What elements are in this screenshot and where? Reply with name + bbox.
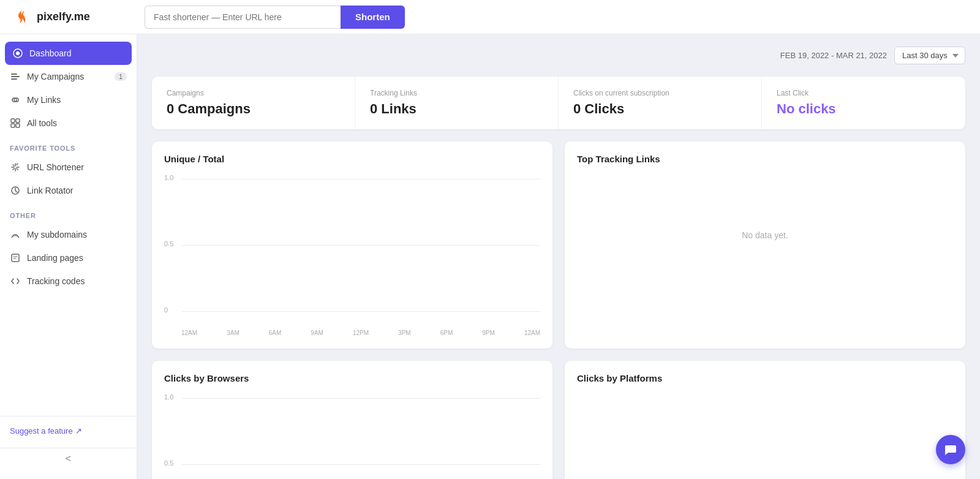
links-icon <box>10 94 21 105</box>
unique-total-chart-title: Unique / Total <box>164 154 540 164</box>
x-label-8: 12AM <box>524 330 540 336</box>
sidebar-item-linkrotator-label: Link Rotator <box>27 186 73 195</box>
svg-rect-7 <box>11 124 15 127</box>
urlshortener-icon <box>10 162 21 173</box>
x-label-5: 3PM <box>398 330 411 336</box>
browsers-line-top <box>181 398 540 399</box>
stat-links-label: Tracking Links <box>370 89 543 97</box>
favorite-tools-section-title: FAVORITE TOOLS <box>0 135 137 156</box>
sidebar-item-campaigns[interactable]: My Campaigns 1 <box>0 65 137 88</box>
external-link-icon: ↗ <box>75 426 82 436</box>
x-label-2: 6AM <box>269 330 282 336</box>
browsers-y-label-top: 1.0 <box>164 393 173 401</box>
svg-rect-3 <box>11 76 20 77</box>
chart-line-top <box>181 179 540 179</box>
x-labels: 12AM 3AM 6AM 9AM 12PM 3PM 6PM 9PM 12AM <box>164 330 540 336</box>
suggest-feature-link[interactable]: Suggest a feature ↗ <box>10 426 127 436</box>
stat-clicks: Clicks on current subscription 0 Clicks <box>559 77 762 129</box>
x-label-0: 12AM <box>181 330 197 336</box>
stat-lastclick: Last Click No clicks <box>762 77 965 129</box>
sidebar-item-urlshortener[interactable]: URL Shortener <box>0 156 137 179</box>
sidebar-item-linkrotator[interactable]: Link Rotator <box>0 179 137 202</box>
shorten-button[interactable]: Shorten <box>341 6 405 29</box>
sidebar-footer: Suggest a feature ↗ <box>0 416 137 445</box>
sidebar-item-alltools[interactable]: All tools <box>0 111 137 135</box>
sidebar-nav: Dashboard My Campaigns 1 My Links Al <box>0 34 137 416</box>
charts-row: Unique / Total 1.0 0.5 0 12AM 3AM 6AM 9A… <box>152 141 965 349</box>
campaigns-icon <box>10 71 21 82</box>
chat-bubble-button[interactable] <box>936 435 965 464</box>
logo-icon <box>12 7 32 27</box>
stats-row: Campaigns 0 Campaigns Tracking Links 0 L… <box>152 77 965 129</box>
logo[interactable]: pixelfy.me <box>12 7 135 27</box>
stat-campaigns-value: 0 Campaigns <box>167 101 340 117</box>
top-tracking-links-no-data: No data yet. <box>577 174 953 296</box>
stat-links: Tracking Links 0 Links <box>355 77 559 129</box>
topbar: pixelfy.me Shorten <box>0 0 980 34</box>
svg-rect-4 <box>11 78 17 80</box>
top-tracking-links-chart: Top Tracking Links No data yet. <box>565 141 965 349</box>
sidebar-item-dashboard[interactable]: Dashboard <box>5 42 132 65</box>
chart-line-bot <box>181 311 540 312</box>
sidebar-item-links[interactable]: My Links <box>0 88 137 111</box>
svg-rect-6 <box>16 119 20 123</box>
svg-rect-8 <box>16 124 20 127</box>
x-label-1: 3AM <box>227 330 239 336</box>
date-range-select[interactable]: Last 7 days Last 30 days Last 90 days Cu… <box>894 47 965 64</box>
svg-point-1 <box>16 51 20 55</box>
stat-links-value: 0 Links <box>370 101 543 117</box>
main-layout: Dashboard My Campaigns 1 My Links Al <box>0 34 980 479</box>
unique-total-chart: Unique / Total 1.0 0.5 0 12AM 3AM 6AM 9A… <box>152 141 552 349</box>
unique-total-chart-area: 1.0 0.5 0 <box>164 174 540 327</box>
alltools-icon <box>10 118 21 129</box>
trackingcodes-icon <box>10 276 21 287</box>
linkrotator-icon <box>10 185 21 196</box>
sidebar: Dashboard My Campaigns 1 My Links Al <box>0 34 137 479</box>
browsers-chart: Clicks by Browsers 1.0 0.5 <box>152 361 552 479</box>
sidebar-item-subdomains[interactable]: My subdomains <box>0 223 137 246</box>
landingpages-icon <box>10 252 21 263</box>
collapse-icon: < <box>66 453 71 464</box>
stat-campaigns-label: Campaigns <box>167 89 340 97</box>
campaigns-badge: 1 <box>115 72 127 81</box>
subdomains-icon <box>10 229 21 240</box>
suggest-feature-text: Suggest a feature <box>10 426 73 436</box>
sidebar-item-alltools-label: All tools <box>27 118 57 128</box>
x-label-6: 6PM <box>440 330 453 336</box>
sidebar-collapse-button[interactable]: < <box>0 448 137 469</box>
content-header: FEB 19, 2022 - MAR 21, 2022 Last 7 days … <box>152 47 965 64</box>
sidebar-item-urlshortener-label: URL Shortener <box>27 162 84 172</box>
bottom-charts-row: Clicks by Browsers 1.0 0.5 Clicks by Pla… <box>152 361 965 479</box>
browsers-line-mid <box>181 464 540 465</box>
date-range-text: FEB 19, 2022 - MAR 21, 2022 <box>780 51 887 60</box>
browsers-y-label-mid: 0.5 <box>164 459 173 467</box>
x-label-7: 9PM <box>482 330 495 336</box>
svg-rect-2 <box>11 74 17 75</box>
main-content: FEB 19, 2022 - MAR 21, 2022 Last 7 days … <box>137 34 980 479</box>
platforms-chart: Clicks by Platforms <box>565 361 965 479</box>
sidebar-item-dashboard-label: Dashboard <box>29 48 72 58</box>
sidebar-item-subdomains-label: My subdomains <box>27 230 87 240</box>
other-section-title: OTHER <box>0 202 137 223</box>
x-label-4: 12PM <box>353 330 369 336</box>
stat-clicks-label: Clicks on current subscription <box>573 89 747 97</box>
browsers-chart-area: 1.0 0.5 <box>164 393 540 479</box>
dashboard-icon <box>12 48 23 59</box>
chart-line-mid <box>181 245 540 246</box>
sidebar-item-landingpages[interactable]: Landing pages <box>0 246 137 270</box>
sidebar-item-trackingcodes-label: Tracking codes <box>27 276 85 286</box>
sidebar-item-links-label: My Links <box>27 95 61 105</box>
svg-rect-10 <box>12 254 19 262</box>
y-label-mid: 0.5 <box>164 240 173 247</box>
stat-clicks-value: 0 Clicks <box>573 101 747 117</box>
sidebar-item-landingpages-label: Landing pages <box>27 253 83 263</box>
stat-lastclick-value: No clicks <box>777 101 951 117</box>
sidebar-item-campaigns-label: My Campaigns <box>27 72 84 81</box>
y-label-bot: 0 <box>164 306 168 314</box>
platforms-chart-title: Clicks by Platforms <box>577 373 953 383</box>
sidebar-item-trackingcodes[interactable]: Tracking codes <box>0 270 137 293</box>
chat-icon <box>944 443 957 456</box>
logo-text: pixelfy.me <box>37 10 90 23</box>
browsers-chart-title: Clicks by Browsers <box>164 373 540 383</box>
url-input[interactable] <box>145 6 341 29</box>
